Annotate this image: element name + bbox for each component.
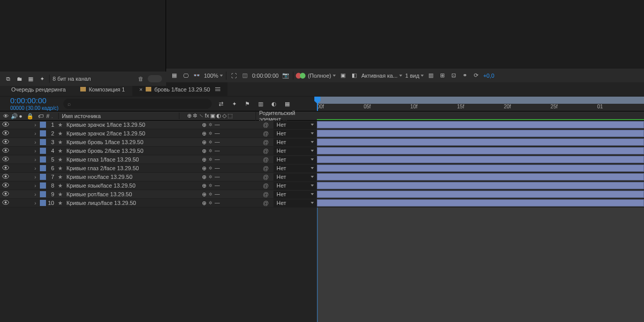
label-color[interactable] — [40, 182, 46, 189]
label-color[interactable] — [40, 139, 46, 145]
visibility-toggle[interactable] — [0, 139, 11, 145]
visibility-toggle[interactable] — [0, 130, 11, 136]
layer-name[interactable]: Кривые зрачок 2/face 13.29.50 — [64, 130, 197, 136]
parent-pickwhip-icon[interactable]: @ — [258, 191, 273, 197]
search-input[interactable] — [71, 101, 208, 107]
parent-column-header[interactable]: Родительский элемент ... — [256, 110, 317, 122]
layer-name[interactable]: Кривые рот/face 13.29.50 — [64, 191, 197, 197]
layer-row[interactable]: ›5★Кривые глаз 1/face 13.29.50⊕✲@Нет — [0, 155, 317, 164]
layer-name[interactable]: Кривые язык/face 13.29.50 — [64, 182, 197, 189]
expand-toggle[interactable]: › — [32, 156, 39, 163]
layer-row[interactable]: ›2★Кривые зрачок 2/face 13.29.50⊕✲@Нет — [0, 129, 317, 138]
layer-name[interactable]: Кривые зрачок 1/face 13.29.50 — [64, 122, 197, 128]
layer-switches[interactable]: ⊕✲ — [197, 156, 258, 163]
layer-switches[interactable]: ⊕✲ — [197, 165, 258, 172]
visibility-toggle[interactable] — [0, 174, 11, 180]
lock-col-icon[interactable]: 🔒 — [27, 113, 33, 119]
resolution-dropdown[interactable]: (Полное) — [308, 73, 336, 79]
label-color[interactable] — [40, 174, 46, 180]
layer-row[interactable]: ›7★Кривые нос/face 13.29.50⊕✲@Нет — [0, 173, 317, 181]
parent-dropdown[interactable]: Нет — [273, 199, 317, 207]
layer-bar[interactable] — [317, 182, 644, 189]
grid-toggle-icon[interactable]: ⊞ — [438, 72, 446, 80]
layer-name[interactable]: Кривые глаз 2/face 13.29.50 — [64, 165, 197, 171]
visibility-toggle[interactable] — [0, 165, 11, 171]
motion-blur-icon[interactable]: ◐ — [270, 100, 278, 108]
label-color[interactable] — [40, 148, 46, 154]
frame-icon[interactable]: ▣ — [339, 72, 347, 80]
layer-row[interactable]: ›1★Кривые зрачок 1/face 13.29.50⊕✲@Нет — [0, 121, 317, 129]
guides-icon[interactable]: ⊡ — [449, 72, 457, 80]
visibility-toggle[interactable] — [0, 182, 11, 189]
region-icon[interactable]: ⛶ — [229, 72, 238, 80]
visibility-toggle[interactable] — [0, 156, 11, 163]
layer-search[interactable]: ⌕ — [63, 99, 212, 109]
expand-toggle[interactable]: › — [32, 174, 39, 180]
layer-bar[interactable] — [317, 173, 644, 180]
zoom-dropdown[interactable]: 100% — [204, 73, 223, 79]
preview-timecode[interactable]: 0:00:00:00 — [252, 73, 279, 79]
layer-switches[interactable]: ⊕✲ — [197, 191, 258, 198]
expand-toggle[interactable]: › — [32, 200, 39, 206]
parent-pickwhip-icon[interactable]: @ — [258, 148, 273, 154]
parent-dropdown[interactable]: Нет — [273, 147, 317, 155]
shy-toggle-icon[interactable]: ⚑ — [243, 100, 251, 108]
preview-viewport[interactable] — [166, 0, 644, 68]
parent-pickwhip-icon[interactable]: @ — [258, 156, 273, 163]
transparency-icon[interactable]: ◫ — [241, 72, 249, 80]
work-area-bar[interactable] — [317, 119, 644, 120]
layer-switches[interactable]: ⊕✲ — [197, 200, 258, 206]
layer-name[interactable]: Кривые лицо/face 13.29.50 — [64, 200, 197, 206]
visibility-toggle[interactable] — [0, 200, 11, 206]
layer-row[interactable]: ›3★Кривые бровь 1/face 13.29.50⊕✲@Нет — [0, 138, 317, 147]
layer-row[interactable]: ›10★Кривые лицо/face 13.29.50⊕✲@Нет — [0, 199, 317, 208]
frame-blend-icon[interactable]: ▥ — [257, 100, 265, 108]
expand-toggle[interactable]: › — [32, 139, 39, 145]
layer-bar[interactable] — [317, 121, 644, 128]
graph-editor-icon[interactable]: ▦ — [283, 100, 291, 108]
mask-icon[interactable]: 👓 — [193, 72, 201, 80]
tab-menu-icon[interactable] — [215, 87, 220, 91]
grid-icon[interactable]: ▦ — [170, 72, 178, 80]
parent-dropdown[interactable]: Нет — [273, 130, 317, 137]
layer-bar[interactable] — [317, 165, 644, 172]
camera-dropdown[interactable]: Активная ка... — [361, 73, 402, 79]
parent-pickwhip-icon[interactable]: @ — [258, 139, 273, 145]
tab-close-icon[interactable]: × — [140, 86, 143, 93]
expand-toggle[interactable]: › — [32, 148, 39, 154]
safe-zones-icon[interactable]: ▥ — [427, 72, 435, 80]
name-column-header[interactable]: Имя источника — [58, 113, 179, 119]
layer-switches[interactable]: ⊕✲ — [197, 174, 258, 180]
snapshot-icon[interactable]: 📷 — [282, 72, 290, 80]
layer-row[interactable]: ›4★Кривые бровь 2/face 13.29.50⊕✲@Нет — [0, 147, 317, 155]
layer-bar[interactable] — [317, 199, 644, 206]
layer-switches[interactable]: ⊕✲ — [197, 122, 258, 128]
layer-switches[interactable]: ⊕✲ — [197, 148, 258, 154]
parent-pickwhip-icon[interactable]: @ — [258, 165, 273, 171]
label-color[interactable] — [40, 165, 46, 171]
audio-col-icon[interactable]: 🔊 — [11, 113, 17, 119]
parent-dropdown[interactable]: Нет — [273, 165, 317, 172]
switches-column-header[interactable]: ⊕✲⟍fx▣◐◇⬚ — [179, 112, 240, 119]
layer-row[interactable]: ›8★Кривые язык/face 13.29.50⊕✲@Нет — [0, 181, 317, 190]
visibility-toggle[interactable] — [0, 191, 11, 197]
layer-row[interactable]: ›6★Кривые глаз 2/face 13.29.50⊕✲@Нет — [0, 164, 317, 173]
folder-icon[interactable]: 🖿 — [15, 75, 24, 83]
parent-dropdown[interactable]: Нет — [273, 156, 317, 164]
visibility-toggle[interactable] — [0, 122, 11, 128]
channel-icon[interactable]: ⬤⬤ — [296, 72, 305, 80]
parent-pickwhip-icon[interactable]: @ — [258, 130, 273, 136]
label-color[interactable] — [40, 156, 46, 163]
layer-switches[interactable]: ⊕✲ — [197, 182, 258, 189]
parent-pickwhip-icon[interactable]: @ — [258, 182, 273, 189]
parent-pickwhip-icon[interactable]: @ — [258, 200, 273, 206]
views-dropdown[interactable]: 1 вид — [405, 73, 424, 79]
parent-dropdown[interactable]: Нет — [273, 121, 317, 129]
label-color[interactable] — [40, 130, 46, 136]
bpc-label[interactable]: 8 бит на канал — [53, 76, 91, 82]
expand-toggle[interactable]: › — [32, 191, 39, 197]
label-col-icon[interactable]: 🏷 — [38, 113, 44, 119]
expand-toggle[interactable]: › — [32, 182, 39, 189]
layer-switches[interactable]: ⊕✲ — [197, 130, 258, 137]
monitor-icon[interactable]: 🖵 — [181, 72, 190, 80]
